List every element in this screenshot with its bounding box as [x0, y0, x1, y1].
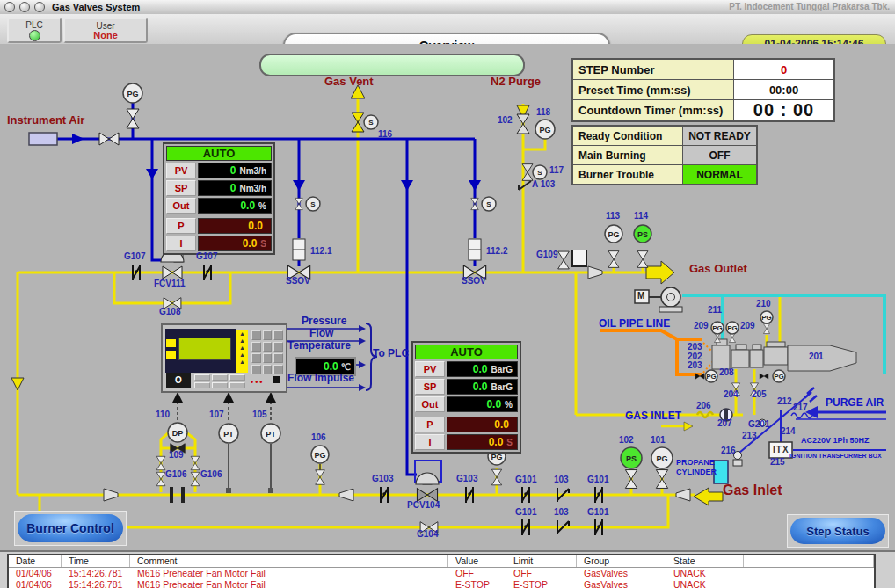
diagram-label: 113 [606, 211, 620, 221]
diagram-label: Temperature [287, 339, 351, 352]
plc-led-icon [29, 30, 40, 41]
controller-row-pv: PV0Nm3/h [166, 163, 272, 178]
diagram-label: 114 [634, 211, 648, 221]
user-label: User [96, 21, 114, 31]
diagram-label: G107 [124, 251, 145, 261]
burner-trouble-row: Burner Trouble NORMAL [573, 165, 756, 184]
diagram-label: G108 [159, 307, 180, 316]
alarm-column-header[interactable]: Group [577, 555, 666, 567]
diagram-label: SSOV [462, 276, 486, 286]
controller-param-value: 0.0 [198, 218, 272, 234]
burner-control-button[interactable]: Burner Control [18, 514, 123, 542]
preset-time-label: Preset Time (mm:ss) [573, 80, 734, 99]
device-side-strip: ▲▲▲▲▲ [236, 330, 248, 373]
flow-controller-panel: AUTO PV0Nm3/hSP0Nm3/hOut0.0%P0.0I0.0S [163, 142, 275, 255]
diagram-label: G101 [587, 507, 608, 517]
alarm-column-header[interactable]: Time [62, 555, 130, 567]
diagram-label: 102 [619, 435, 634, 445]
step-number-label: STEP Number [573, 60, 734, 79]
title-bar: Gas Valves System PT. Indocement Tunggal… [0, 0, 895, 15]
diagram-label: 112.1 [310, 246, 331, 256]
diagram-label: 110 [156, 410, 170, 419]
user-value: None [93, 31, 118, 40]
burner-control-button-frame: Burner Control [14, 511, 127, 546]
flow-controller-mode[interactable]: AUTO [166, 146, 272, 161]
diagram-label: G106 [165, 469, 186, 479]
diagram-label: 206 [696, 401, 711, 410]
diagram-label: 117 [549, 165, 564, 175]
diagram-label: 106 [311, 432, 326, 442]
diagram-label: 209 [694, 321, 709, 330]
controller-row-sp: SP0Nm3/h [166, 180, 272, 196]
device-power-button[interactable]: O [166, 373, 191, 388]
window-button-1-icon[interactable] [4, 2, 15, 12]
diagram-label: 214 [781, 426, 796, 436]
diagram-label: G201 [748, 419, 769, 429]
device-indicator-1 [166, 339, 176, 347]
controller-param-label: Out [166, 198, 196, 214]
diagram-label: 107 [209, 410, 224, 419]
diagram-label: 116 [378, 129, 392, 139]
condition-table: Ready Condition NOT READY Main Burning O… [571, 125, 758, 185]
countdown-value: 00 : 00 [734, 100, 833, 120]
preset-time-row: Preset Time (mm:ss) 00:00 [573, 80, 833, 99]
step-status-button-frame: Step Status [787, 514, 889, 548]
controller-row-p: P0.0 [415, 417, 518, 432]
countdown-label: Countdown Timer (mm:ss) [573, 100, 734, 120]
diagram-label: Pressure [302, 315, 346, 327]
alarm-cell: M616 Preheater Fan Motor Fail [130, 579, 448, 588]
controller-param-value: 0.0% [447, 396, 518, 412]
controller-param-label: P [166, 218, 196, 234]
flow-computer-device: ▲▲▲▲▲ O ••• [161, 323, 287, 393]
alarm-row[interactable]: 01/04/0615:14:26.781M616 Preheater Fan M… [9, 579, 874, 588]
alarm-column-header[interactable]: State [666, 555, 744, 567]
alarm-row[interactable]: 01/04/0615:14:26.781M616 Preheater Fan M… [9, 568, 874, 579]
alarm-cell: UNACK [666, 579, 744, 588]
pressure-controller-mode[interactable]: AUTO [415, 345, 518, 359]
device-function-keys[interactable] [194, 374, 245, 388]
diagram-label: G109 [536, 250, 557, 259]
alarm-column-header[interactable]: Limit [506, 555, 577, 567]
step-status-button[interactable]: Step Status [790, 518, 885, 544]
controller-param-label: PV [166, 163, 196, 178]
diagram-label: ITX [773, 445, 789, 454]
alarm-column-header[interactable]: Comment [130, 555, 448, 567]
diagram-label: 105 [252, 410, 267, 419]
controller-row-pv: PV0.0BarG [415, 361, 518, 377]
controller-param-label: Out [415, 396, 445, 412]
pressure-controller-panel: AUTO PV0.0BarGSP0.0BarGOut0.0%P0.0I0.0S [411, 341, 521, 454]
diagram-label: 216 [721, 446, 736, 455]
diagram-label: G104 [417, 529, 438, 539]
burner-trouble-value: NORMAL [683, 165, 756, 184]
diagram-label: 217 [793, 403, 808, 412]
alarm-column-header[interactable]: Date [9, 555, 62, 567]
alarm-cell: 15:14:26.781 [62, 568, 130, 579]
diagram-label: 213 [742, 431, 757, 440]
user-button[interactable]: User None [63, 18, 148, 43]
window-button-3-icon[interactable] [34, 2, 45, 12]
plc-label: PLC [25, 20, 42, 30]
controller-param-value: 0.0BarG [447, 361, 518, 377]
temperature-value: 0.0 [324, 360, 338, 373]
ready-condition-label: Ready Condition [573, 127, 683, 145]
controller-row-out: Out0.0% [166, 198, 272, 214]
device-indicator-2 [166, 351, 176, 359]
main-burning-value: OFF [683, 146, 756, 164]
diagram-label: A 103 [532, 179, 555, 189]
diagram-label: N2 Purge [491, 75, 541, 88]
preset-time-value: 00:00 [734, 80, 833, 99]
device-port [273, 376, 280, 383]
diagram-label: Flow Impulse [287, 372, 354, 384]
plc-status-button[interactable]: PLC [7, 18, 62, 43]
alarm-column-header[interactable]: Value [448, 555, 506, 567]
device-keypad[interactable] [251, 330, 283, 374]
controller-param-label: PV [415, 361, 445, 377]
window-button-2-icon[interactable] [19, 2, 30, 12]
controller-param-value: 0.0BarG [447, 379, 518, 395]
controller-param-value: 0.0S [198, 236, 272, 251]
diagram-label: 112.2 [486, 246, 507, 256]
diagram-label: Gas Vent [324, 75, 374, 88]
diagram-label: 208 [719, 367, 734, 377]
diagram-label: 209 [740, 321, 755, 330]
diagram-label: 103 [554, 475, 569, 484]
